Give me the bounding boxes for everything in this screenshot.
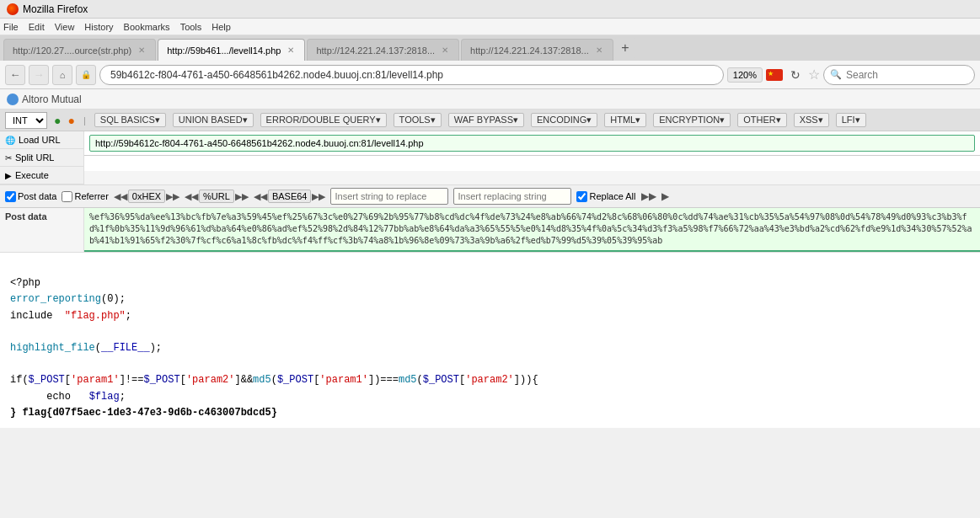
back-button[interactable]: ←: [5, 65, 25, 85]
post-data-cb-input[interactable]: [5, 191, 16, 202]
load-url-button[interactable]: 🌐 Load URL: [0, 131, 83, 149]
split-url-button[interactable]: ✂ Split URL: [0, 149, 83, 167]
url-input-row: [84, 131, 980, 156]
tab-4[interactable]: http://124.221.24.137:2818... ✕: [461, 39, 613, 61]
menu-tools[interactable]: Tools: [180, 22, 202, 32]
url-blank-row: [84, 156, 980, 171]
url-arrow-left[interactable]: ◀◀: [185, 191, 198, 202]
new-tab-button[interactable]: +: [615, 38, 635, 58]
altoro-label: Altoro Mutual: [22, 93, 82, 105]
hex-arrow-left[interactable]: ◀◀: [114, 191, 127, 202]
code-highlight-file: highlight_file(__FILE__);: [10, 340, 970, 356]
replace-all-cb-input[interactable]: [576, 191, 587, 202]
tab-4-label: http://124.221.24.137:2818...: [470, 45, 589, 56]
url-main: [84, 131, 980, 184]
refresh-button[interactable]: ↻: [786, 66, 805, 84]
url-label: %URL: [199, 190, 234, 203]
tab-2-close[interactable]: ✕: [286, 45, 296, 55]
tab-3[interactable]: http://124.221.24.137:2818... ✕: [307, 39, 459, 61]
search-wrapper: 🔍: [823, 65, 975, 85]
base64-arrow-group: ◀◀ BASE64 ▶▶: [254, 190, 326, 203]
code-blank-3: [10, 356, 970, 372]
execute-icon: ▶: [5, 171, 12, 180]
menu-file[interactable]: File: [3, 22, 19, 32]
lfi-btn[interactable]: LFI▾: [836, 113, 866, 127]
title-bar: Mozilla Firefox: [0, 0, 980, 19]
referrer-cb-label: Referrer: [74, 191, 108, 201]
tab-2[interactable]: http://59b461.../levell14.php ✕: [158, 39, 305, 61]
code-php-open: <?php: [10, 275, 970, 291]
post-data-content[interactable]: %ef%36%95%da%ee%13%bc%fb%7e%a3%59%45%ef%…: [84, 208, 980, 252]
menu-bookmarks[interactable]: Bookmarks: [124, 22, 170, 32]
code-echo: echo $flag;: [10, 389, 970, 405]
split-url-icon: ✂: [5, 153, 12, 163]
code-blank-2: [10, 324, 970, 340]
url-arrow-right[interactable]: ▶▶: [235, 191, 249, 202]
url-sidebar: 🌐 Load URL ✂ Split URL ▶ Execute: [0, 131, 84, 184]
orange-dot: ●: [67, 114, 74, 127]
tools-btn[interactable]: TOOLS▾: [394, 113, 442, 127]
int-select[interactable]: INT: [5, 112, 47, 129]
post-data-cb-label: Post data: [18, 191, 56, 201]
menu-view[interactable]: View: [55, 22, 75, 32]
other-btn[interactable]: OTHER▾: [737, 113, 787, 127]
union-based-btn[interactable]: UNION BASED▾: [173, 113, 254, 127]
sqli-toolbar: INT ● ● | SQL BASICS▾ UNION BASED▾ ERROR…: [0, 109, 980, 131]
base64-label: BASE64: [268, 190, 312, 203]
execute-button[interactable]: ▶ Execute: [0, 167, 83, 184]
post-data-checkbox[interactable]: Post data: [5, 191, 56, 202]
replace-arrow[interactable]: ▶▶: [641, 190, 656, 202]
replace-all-checkbox[interactable]: Replace All: [576, 191, 635, 202]
insert-string-replace-input[interactable]: [330, 188, 448, 205]
menu-bar: File Edit View History Bookmarks Tools H…: [0, 19, 980, 35]
menu-history[interactable]: History: [84, 22, 113, 32]
referrer-cb-input[interactable]: [62, 191, 72, 202]
menu-edit[interactable]: Edit: [29, 22, 45, 32]
html-btn[interactable]: HTML▾: [604, 113, 646, 127]
load-url-label: Load URL: [19, 135, 61, 145]
base64-arrow-left[interactable]: ◀◀: [254, 191, 267, 202]
error-double-btn[interactable]: ERROR/DOUBLE QUERY▾: [260, 113, 387, 127]
address-input[interactable]: [99, 65, 724, 85]
code-flag: } flag{d07f5aec-1de3-47e3-9d6b-c463007bd…: [10, 405, 970, 421]
sql-basics-btn[interactable]: SQL BASICS▾: [94, 113, 166, 127]
menu-help[interactable]: Help: [212, 22, 231, 32]
search-input[interactable]: [823, 65, 975, 85]
zoom-level[interactable]: 120%: [727, 67, 763, 83]
hex-arrow-right[interactable]: ▶▶: [166, 191, 179, 202]
locale-flag: [766, 69, 783, 81]
controls-row: Post data Referrer ◀◀ 0xHEX ▶▶ ◀◀ %URL ▶…: [0, 185, 980, 208]
home-button[interactable]: ⌂: [52, 65, 72, 85]
base64-arrow-right[interactable]: ▶▶: [312, 191, 325, 202]
code-include: include "flag.php";: [10, 308, 970, 324]
waf-bypass-btn[interactable]: WAF BYPASS▾: [448, 113, 524, 127]
referrer-checkbox[interactable]: Referrer: [62, 191, 108, 202]
encryption-btn[interactable]: ENCRYPTION▾: [653, 113, 731, 127]
tab-1-close[interactable]: ✕: [137, 45, 147, 55]
green-dot: ●: [54, 114, 61, 127]
tab-3-close[interactable]: ✕: [440, 45, 450, 55]
encoding-btn[interactable]: ENCODING▾: [531, 113, 597, 127]
tab-1-label: http://120.27....ource(str.php): [13, 45, 131, 56]
forward-button[interactable]: →: [29, 65, 49, 85]
load-url-icon: 🌐: [5, 136, 15, 145]
code-area: <?php error_reporting(0); include "flag.…: [0, 253, 980, 428]
hex-arrow-group: ◀◀ 0xHEX ▶▶: [114, 190, 179, 203]
tab-3-label: http://124.221.24.137:2818...: [316, 45, 435, 56]
bookmark-star[interactable]: ☆: [808, 67, 820, 83]
code-if: if($_POST['param1']!==$_POST['param2']&&…: [10, 372, 970, 388]
tab-1[interactable]: http://120.27....ource(str.php) ✕: [3, 39, 156, 61]
firefox-icon: [7, 3, 19, 15]
tab-4-close[interactable]: ✕: [594, 45, 604, 55]
address-bar: ← → ⌂ 🔒 120% ↻ ☆ 🔍: [0, 61, 980, 89]
insert-replacing-string-input[interactable]: [453, 188, 571, 205]
content-area: 🌐 Load URL ✂ Split URL ▶ Execute Post da…: [0, 131, 980, 428]
altoro-bar: Altoro Mutual: [0, 89, 980, 109]
xss-btn[interactable]: XSS▾: [794, 113, 829, 127]
url-input[interactable]: [89, 135, 975, 152]
code-blank-1: [10, 259, 970, 275]
tab-2-label: http://59b461.../levell14.php: [167, 45, 281, 56]
post-data-value: %ef%36%95%da%ee%13%bc%fb%7e%a3%59%45%ef%…: [89, 211, 975, 247]
extra-arrow: ▶: [661, 190, 669, 202]
url-arrow-group: ◀◀ %URL ▶▶: [185, 190, 249, 203]
